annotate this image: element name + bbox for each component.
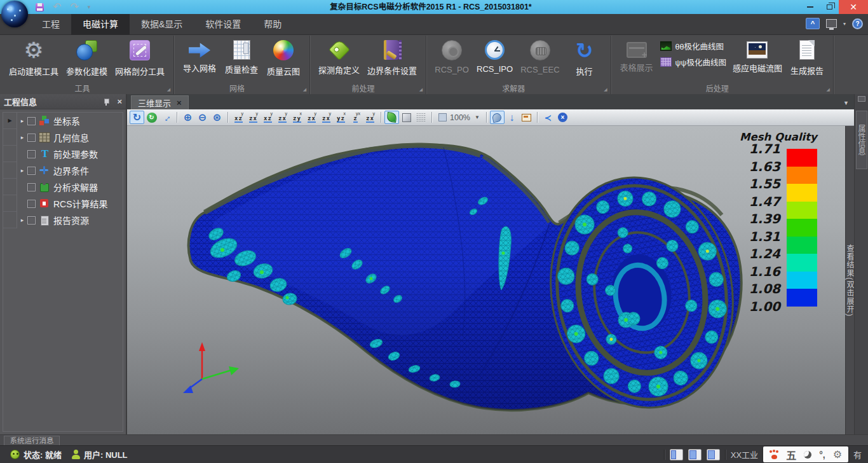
tree-item[interactable]: RCS计算结果 bbox=[3, 195, 123, 212]
close-button[interactable]: ✕ bbox=[839, 0, 868, 14]
ribbon-group-label: 求解器 bbox=[426, 83, 602, 93]
ribbon-button[interactable]: 生成报告 bbox=[786, 38, 828, 78]
minimize-button[interactable] bbox=[801, 0, 820, 14]
tree-row-gutter bbox=[3, 162, 17, 179]
view-orientation-button[interactable]: yzx bbox=[304, 111, 319, 124]
panel-close-icon[interactable]: × bbox=[117, 99, 122, 105]
view-orientation-button[interactable]: xzy bbox=[290, 111, 304, 124]
ime-toolbar[interactable]: 五 °, bbox=[763, 446, 848, 462]
undo-icon[interactable]: ↶ bbox=[53, 2, 61, 12]
tree-checkbox[interactable] bbox=[27, 150, 36, 158]
ime-logo-icon[interactable] bbox=[770, 450, 778, 459]
layout-left-panel-button[interactable] bbox=[670, 449, 683, 460]
display-settings-icon[interactable] bbox=[826, 19, 837, 28]
view-axis-label: zx bbox=[322, 116, 330, 123]
ribbon-button[interactable]: 边界条件设置 bbox=[363, 38, 421, 78]
tree-checkbox[interactable] bbox=[27, 117, 36, 125]
ribbon-button[interactable]: RCS_IPO bbox=[473, 38, 517, 75]
display-dropdown-icon[interactable]: ▾ bbox=[843, 21, 846, 27]
menu-tab[interactable]: 工程 bbox=[31, 14, 71, 35]
tree-item[interactable]: ▸几何信息 bbox=[3, 129, 123, 146]
view-orientation-button[interactable]: yxz bbox=[231, 111, 246, 124]
maximize-button[interactable] bbox=[820, 0, 839, 14]
ribbon-button[interactable]: 感应电磁流图 bbox=[729, 38, 786, 75]
3d-canvas[interactable]: Mesh Quality 1.711.631.551.471.391.311.2… bbox=[127, 126, 854, 434]
refresh-button[interactable] bbox=[144, 111, 159, 124]
ribbon-button[interactable]: 网格剖分工具 bbox=[111, 38, 168, 78]
pan-button[interactable] bbox=[159, 111, 173, 124]
smooth-button[interactable] bbox=[490, 111, 505, 124]
tab-list-dropdown-icon[interactable]: ▼ bbox=[843, 100, 849, 106]
ime-mode-key[interactable]: 五 bbox=[786, 447, 796, 462]
import-down-button[interactable] bbox=[505, 111, 519, 124]
zoom-out-button[interactable] bbox=[195, 111, 210, 124]
ribbon-button[interactable]: 探测角定义 bbox=[315, 38, 363, 77]
wireframe-button[interactable] bbox=[414, 111, 428, 124]
ribbon-button-label: 质量检查 bbox=[225, 63, 258, 75]
property-info-tab[interactable]: 属性信息 bbox=[856, 111, 867, 169]
pin-icon[interactable] bbox=[103, 99, 109, 105]
tree-checkbox[interactable] bbox=[27, 200, 36, 208]
layout-wide-panel-button[interactable] bbox=[688, 449, 702, 460]
view-orientation-button[interactable]: yxz bbox=[348, 111, 363, 124]
view-orientation-button[interactable]: yxz bbox=[261, 111, 275, 124]
results-collapsed-tab[interactable]: 查看结果(双击展开) bbox=[845, 126, 854, 434]
expander-icon[interactable]: ▸ bbox=[17, 118, 27, 124]
collapse-ribbon-icon[interactable]: ^ bbox=[806, 18, 820, 29]
ime-punctuation-toggle[interactable]: °, bbox=[819, 450, 825, 460]
tree-checkbox[interactable] bbox=[27, 216, 36, 225]
window-copy-button[interactable] bbox=[519, 111, 534, 124]
menu-tab[interactable]: 数据&显示 bbox=[130, 14, 194, 35]
ribbon-button[interactable]: 质量云图 bbox=[262, 38, 304, 78]
view-orientation-button[interactable]: yzx bbox=[319, 111, 334, 124]
ribbon-button[interactable]: 参数化建模 bbox=[62, 38, 111, 78]
view-orientation-button[interactable]: yzx bbox=[275, 111, 290, 124]
tab-3d-display[interactable]: 三维显示 × bbox=[131, 95, 189, 109]
tree-item[interactable]: ▶▸坐标系 bbox=[3, 113, 123, 129]
ribbon-button[interactable]: θθ极化曲线图 bbox=[660, 40, 726, 52]
menu-tab[interactable]: 电磁计算 bbox=[71, 14, 130, 35]
shaded-button[interactable] bbox=[399, 111, 414, 124]
zoom-window-button[interactable] bbox=[210, 111, 224, 124]
ribbon-button[interactable]: 执行 bbox=[564, 38, 606, 78]
ribbon-button[interactable]: ψψ极化曲线图 bbox=[660, 56, 726, 68]
share-icon bbox=[545, 113, 552, 123]
ribbon-button[interactable]: RCS_EEC bbox=[517, 38, 563, 76]
ime-settings-gear-icon[interactable] bbox=[833, 448, 842, 460]
ribbon-button[interactable]: 表格展示 bbox=[616, 38, 658, 74]
system-message-tab[interactable]: 系统运行消息 bbox=[4, 436, 60, 446]
tree-checkbox[interactable] bbox=[27, 134, 36, 142]
tree-item[interactable]: ▸边界条件 bbox=[3, 162, 123, 179]
view-orientation-button[interactable]: yzx bbox=[246, 111, 261, 124]
tree-item[interactable]: 分析求解器 bbox=[3, 179, 123, 195]
ribbon-button[interactable]: 启动建模工具 bbox=[5, 38, 62, 78]
toolbar-divider bbox=[381, 112, 381, 123]
help-icon[interactable]: ? bbox=[852, 18, 863, 29]
tree-checkbox[interactable] bbox=[27, 183, 36, 191]
zoom-level-select[interactable]: 100%▼ bbox=[435, 111, 483, 124]
rotate-button[interactable] bbox=[130, 111, 144, 124]
expander-icon[interactable]: ▸ bbox=[17, 167, 27, 174]
menu-tab[interactable]: 软件设置 bbox=[194, 14, 252, 35]
ribbon-button[interactable]: RCS_PO bbox=[431, 38, 473, 76]
ribbon-button[interactable]: 质量检查 bbox=[220, 38, 262, 76]
ime-moon-icon[interactable] bbox=[804, 451, 811, 459]
close-view-button[interactable] bbox=[555, 111, 570, 124]
leaf-button[interactable] bbox=[384, 111, 399, 124]
menu-tab[interactable]: 帮助 bbox=[252, 14, 293, 35]
tree-item[interactable]: ▸报告资源 bbox=[3, 212, 123, 228]
tree-item[interactable]: 前处理参数 bbox=[3, 146, 123, 162]
tree-checkbox[interactable] bbox=[27, 167, 36, 175]
share-button[interactable] bbox=[541, 111, 555, 124]
expander-icon[interactable]: ▸ bbox=[17, 134, 27, 141]
save-icon[interactable] bbox=[36, 3, 44, 11]
layout-bottom-panel-button[interactable] bbox=[707, 449, 720, 460]
view-orientation-button[interactable]: yzx bbox=[363, 111, 377, 124]
tab-close-icon[interactable]: × bbox=[177, 98, 182, 107]
group-expand-corner-icon: ◢ bbox=[167, 87, 170, 92]
ribbon-button[interactable]: 导入网格 bbox=[179, 38, 220, 75]
view-orientation-button[interactable]: xyz bbox=[334, 111, 348, 124]
zoom-in-button[interactable] bbox=[180, 111, 195, 124]
expander-icon[interactable]: ▸ bbox=[17, 217, 27, 223]
quality-check-icon bbox=[233, 40, 250, 60]
